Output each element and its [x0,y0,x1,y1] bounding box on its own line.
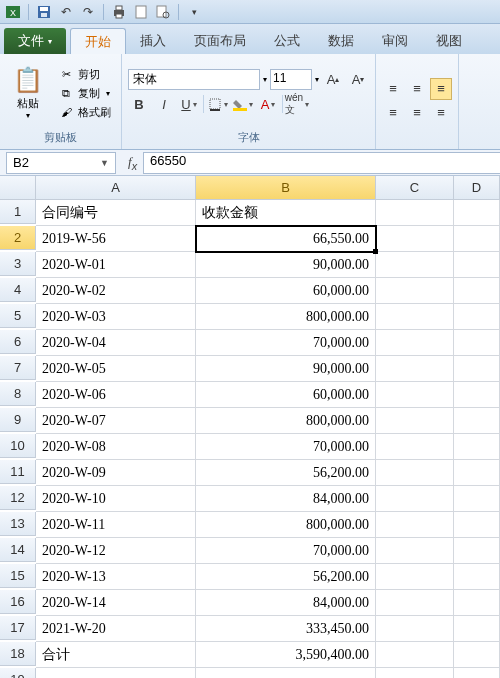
tab-6[interactable]: 视图 [422,28,476,54]
cell-D10[interactable] [454,434,500,460]
cell-B4[interactable]: 60,000.00 [196,278,376,304]
col-header-A[interactable]: A [36,176,196,200]
cell-D3[interactable] [454,252,500,278]
cell-D7[interactable] [454,356,500,382]
cell-A14[interactable]: 2020-W-12 [36,538,196,564]
align-center-icon[interactable]: ≡ [406,102,428,124]
formula-input[interactable]: 66550 [143,152,500,174]
cell-A18[interactable]: 合计 [36,642,196,668]
cell-C9[interactable] [376,408,454,434]
underline-button[interactable]: U [178,93,200,115]
spreadsheet-grid[interactable]: ABCD1合同编号收款金额22019-W-5666,550.0032020-W-… [0,176,500,678]
cell-C14[interactable] [376,538,454,564]
cell-B7[interactable]: 90,000.00 [196,356,376,382]
row-header-18[interactable]: 18 [0,642,36,666]
cell-B16[interactable]: 84,000.00 [196,590,376,616]
tab-0[interactable]: 开始 [70,28,126,54]
font-size-select[interactable]: 11 [270,69,312,90]
file-tab[interactable]: 文件▾ [4,28,66,54]
cell-C3[interactable] [376,252,454,278]
cell-B13[interactable]: 800,000.00 [196,512,376,538]
row-header-16[interactable]: 16 [0,590,36,614]
cell-D9[interactable] [454,408,500,434]
cell-B5[interactable]: 800,000.00 [196,304,376,330]
fx-icon[interactable]: fx [128,154,137,172]
cell-B8[interactable]: 60,000.00 [196,382,376,408]
bold-button[interactable]: B [128,93,150,115]
cell-B18[interactable]: 3,590,400.00 [196,642,376,668]
cell-B17[interactable]: 333,450.00 [196,616,376,642]
cell-D1[interactable] [454,200,500,226]
cell-D11[interactable] [454,460,500,486]
cell-A16[interactable]: 2020-W-14 [36,590,196,616]
cell-D8[interactable] [454,382,500,408]
save-icon[interactable] [35,3,53,21]
cell-C10[interactable] [376,434,454,460]
align-top-icon[interactable]: ≡ [382,78,404,100]
undo-icon[interactable]: ↶ [57,3,75,21]
cell-A8[interactable]: 2020-W-06 [36,382,196,408]
row-header-11[interactable]: 11 [0,460,36,484]
paste-button[interactable]: 📋 粘贴 ▾ [6,58,50,128]
cell-D16[interactable] [454,590,500,616]
cell-C13[interactable] [376,512,454,538]
col-header-D[interactable]: D [454,176,500,200]
print-preview-icon[interactable] [154,3,172,21]
increase-font-icon[interactable]: A▴ [322,68,344,90]
align-middle-icon[interactable]: ≡ [406,78,428,100]
cell-D14[interactable] [454,538,500,564]
format-painter-button[interactable]: 🖌格式刷 [54,104,115,121]
cell-A15[interactable]: 2020-W-13 [36,564,196,590]
cell-D5[interactable] [454,304,500,330]
tab-2[interactable]: 页面布局 [180,28,260,54]
qat-dropdown-icon[interactable]: ▾ [185,3,203,21]
cell-A17[interactable]: 2021-W-20 [36,616,196,642]
cell-A19[interactable] [36,668,196,678]
cell-C18[interactable] [376,642,454,668]
cell-C19[interactable] [376,668,454,678]
cell-B11[interactable]: 56,200.00 [196,460,376,486]
col-header-B[interactable]: B [196,176,376,200]
border-button[interactable] [207,93,229,115]
decrease-font-icon[interactable]: A▾ [347,68,369,90]
cell-B6[interactable]: 70,000.00 [196,330,376,356]
cell-A2[interactable]: 2019-W-56 [36,226,196,252]
cell-A5[interactable]: 2020-W-03 [36,304,196,330]
cell-D15[interactable] [454,564,500,590]
cell-C12[interactable] [376,486,454,512]
chevron-down-icon[interactable]: ▼ [100,158,109,168]
cell-A11[interactable]: 2020-W-09 [36,460,196,486]
cell-C5[interactable] [376,304,454,330]
cut-button[interactable]: ✂剪切 [54,66,115,83]
cell-B2[interactable]: 66,550.00 [196,226,376,252]
align-left-icon[interactable]: ≡ [382,102,404,124]
print-icon[interactable] [110,3,128,21]
cell-C15[interactable] [376,564,454,590]
cell-D2[interactable] [454,226,500,252]
row-header-2[interactable]: 2 [0,226,36,250]
phonetic-button[interactable]: wén文 [286,93,308,115]
cell-C8[interactable] [376,382,454,408]
cell-A13[interactable]: 2020-W-11 [36,512,196,538]
cell-D12[interactable] [454,486,500,512]
cell-C7[interactable] [376,356,454,382]
tab-3[interactable]: 公式 [260,28,314,54]
cell-C2[interactable] [376,226,454,252]
tab-1[interactable]: 插入 [126,28,180,54]
tab-5[interactable]: 审阅 [368,28,422,54]
cell-A3[interactable]: 2020-W-01 [36,252,196,278]
cell-C6[interactable] [376,330,454,356]
name-box[interactable]: B2▼ [6,152,116,174]
row-header-3[interactable]: 3 [0,252,36,276]
row-header-5[interactable]: 5 [0,304,36,328]
align-bottom-icon[interactable]: ≡ [430,78,452,100]
cell-B9[interactable]: 800,000.00 [196,408,376,434]
row-header-12[interactable]: 12 [0,486,36,510]
cell-C11[interactable] [376,460,454,486]
cell-C1[interactable] [376,200,454,226]
cell-A4[interactable]: 2020-W-02 [36,278,196,304]
row-header-15[interactable]: 15 [0,564,36,588]
cell-D19[interactable] [454,668,500,678]
row-header-10[interactable]: 10 [0,434,36,458]
cell-D6[interactable] [454,330,500,356]
